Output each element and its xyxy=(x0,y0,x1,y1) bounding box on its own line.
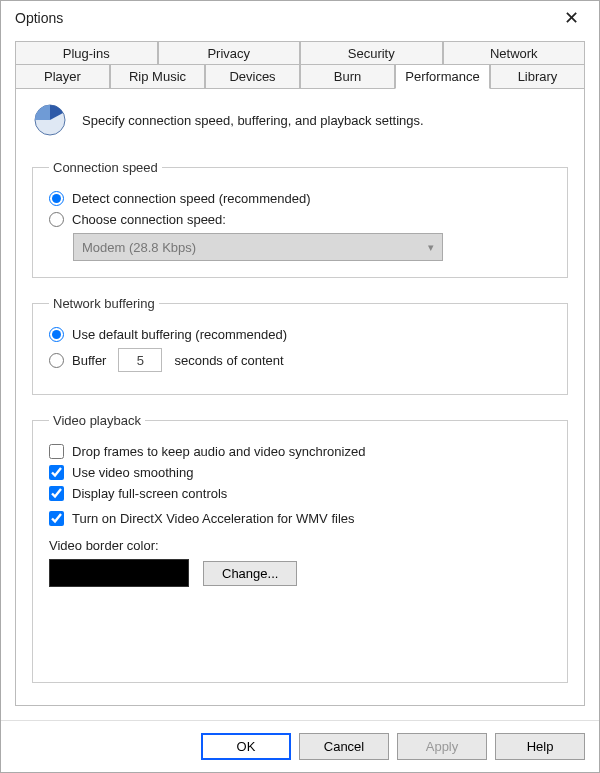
radio-choose-speed[interactable] xyxy=(49,212,64,227)
dialog-body: Plug-ins Privacy Security Network Player… xyxy=(1,31,599,720)
select-value: Modem (28.8 Kbps) xyxy=(82,240,196,255)
label-directx-accel: Turn on DirectX Video Acceleration for W… xyxy=(72,511,355,526)
tab-network[interactable]: Network xyxy=(443,41,586,65)
intro-text: Specify connection speed, buffering, and… xyxy=(82,113,424,128)
tab-plugins[interactable]: Plug-ins xyxy=(15,41,158,65)
tab-rip-music[interactable]: Rip Music xyxy=(110,64,205,89)
select-connection-speed[interactable]: Modem (28.8 Kbps) ▾ xyxy=(73,233,443,261)
label-default-buffering: Use default buffering (recommended) xyxy=(72,327,287,342)
tab-performance[interactable]: Performance xyxy=(395,64,490,89)
label-buffer: Buffer xyxy=(72,353,106,368)
tab-library[interactable]: Library xyxy=(490,64,585,89)
tabstrip: Plug-ins Privacy Security Network Player… xyxy=(15,41,585,88)
close-icon[interactable]: ✕ xyxy=(554,7,589,29)
radio-default-buffering[interactable] xyxy=(49,327,64,342)
check-directx-accel[interactable] xyxy=(49,511,64,526)
connection-speed-legend: Connection speed xyxy=(49,160,162,175)
label-drop-frames: Drop frames to keep audio and video sync… xyxy=(72,444,365,459)
tab-devices[interactable]: Devices xyxy=(205,64,300,89)
border-color-swatch xyxy=(49,559,189,587)
video-playback-legend: Video playback xyxy=(49,413,145,428)
label-choose-speed: Choose connection speed: xyxy=(72,212,226,227)
window-title: Options xyxy=(15,10,63,26)
label-video-smoothing: Use video smoothing xyxy=(72,465,193,480)
change-color-button[interactable]: Change... xyxy=(203,561,297,586)
label-buffer-suffix: seconds of content xyxy=(174,353,283,368)
check-video-smoothing[interactable] xyxy=(49,465,64,480)
performance-icon xyxy=(32,102,68,138)
label-fullscreen-controls: Display full-screen controls xyxy=(72,486,227,501)
performance-panel: Specify connection speed, buffering, and… xyxy=(15,88,585,706)
apply-button[interactable]: Apply xyxy=(397,733,487,760)
help-button[interactable]: Help xyxy=(495,733,585,760)
titlebar: Options ✕ xyxy=(1,1,599,31)
radio-buffer[interactable] xyxy=(49,353,64,368)
ok-button[interactable]: OK xyxy=(201,733,291,760)
input-buffer-seconds[interactable] xyxy=(118,348,162,372)
connection-speed-group: Connection speed Detect connection speed… xyxy=(32,160,568,278)
dialog-buttons: OK Cancel Apply Help xyxy=(1,720,599,772)
network-buffering-group: Network buffering Use default buffering … xyxy=(32,296,568,395)
label-border-color: Video border color: xyxy=(49,538,159,553)
chevron-down-icon: ▾ xyxy=(428,241,434,254)
check-fullscreen-controls[interactable] xyxy=(49,486,64,501)
radio-detect-speed[interactable] xyxy=(49,191,64,206)
label-detect-speed: Detect connection speed (recommended) xyxy=(72,191,310,206)
video-playback-group: Video playback Drop frames to keep audio… xyxy=(32,413,568,683)
tab-security[interactable]: Security xyxy=(300,41,443,65)
network-buffering-legend: Network buffering xyxy=(49,296,159,311)
check-drop-frames[interactable] xyxy=(49,444,64,459)
tab-player[interactable]: Player xyxy=(15,64,110,89)
tab-privacy[interactable]: Privacy xyxy=(158,41,301,65)
tab-burn[interactable]: Burn xyxy=(300,64,395,89)
cancel-button[interactable]: Cancel xyxy=(299,733,389,760)
